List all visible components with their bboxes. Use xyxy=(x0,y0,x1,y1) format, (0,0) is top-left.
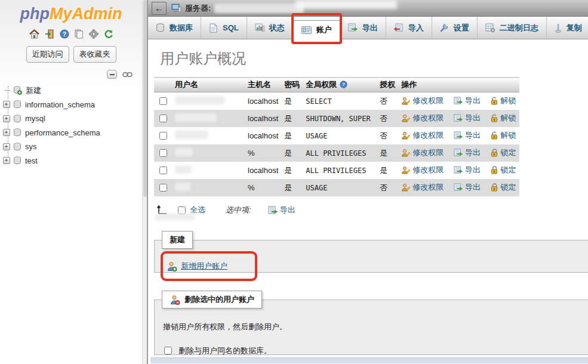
export-user-link[interactable]: 导出 xyxy=(454,95,481,106)
unlock-link[interactable]: 解锁 xyxy=(491,113,516,124)
navigation-panel: phpMyAdmin ? 近期访问 表收藏夹 新建 + xyxy=(0,0,142,364)
logout-icon[interactable] xyxy=(45,29,54,39)
back-button[interactable]: ← xyxy=(152,2,167,15)
tree-item-mysql[interactable]: + mysql xyxy=(2,112,142,126)
tab-sql[interactable]: SQL xyxy=(201,17,247,39)
password-cell: 是 xyxy=(281,110,303,127)
help-icon[interactable]: ? xyxy=(60,29,69,39)
navigation-scrollbar[interactable] xyxy=(142,0,148,364)
tree-item-information-schema[interactable]: + information_schema xyxy=(2,98,142,112)
settings-gear-icon[interactable] xyxy=(89,29,98,39)
edit-privileges-link[interactable]: 修改权限 xyxy=(401,113,444,124)
row-checkbox[interactable] xyxy=(159,149,167,157)
tree-item-test[interactable]: + test xyxy=(2,154,142,168)
navigation-toolbar: ? xyxy=(0,29,142,39)
lock-link[interactable]: 锁定 xyxy=(491,147,516,158)
refresh-icon[interactable] xyxy=(104,29,113,39)
navigation-quick-buttons: 近期访问 表收藏夹 xyxy=(0,46,142,63)
export-small-icon xyxy=(454,131,463,140)
row-checkbox[interactable] xyxy=(159,184,167,192)
grant-cell: 是 xyxy=(377,144,398,162)
export-icon xyxy=(348,23,358,32)
add-user-account-link[interactable]: 新增用户账户 xyxy=(167,261,227,272)
tree-item-label: information_schema xyxy=(25,100,95,109)
export-selected-link[interactable]: 导出 xyxy=(268,205,295,215)
database-tree: 新建 + information_schema + mysql + perfor… xyxy=(2,84,142,168)
expand-icon[interactable]: + xyxy=(3,157,10,164)
redacted-username xyxy=(175,131,208,139)
export-small-icon xyxy=(454,183,463,192)
expand-icon[interactable]: + xyxy=(3,143,10,150)
export-user-link[interactable]: 导出 xyxy=(454,182,481,193)
lock-link[interactable]: 锁定 xyxy=(491,182,516,193)
username-cell xyxy=(172,179,245,196)
tab-user-accounts[interactable]: 账户 xyxy=(293,20,340,39)
redaction-smudge xyxy=(295,0,397,9)
row-checkbox[interactable] xyxy=(159,97,167,105)
form-footer-strip xyxy=(150,357,588,363)
tab-replication[interactable]: 复制 xyxy=(547,17,588,39)
edit-privileges-link[interactable]: 修改权限 xyxy=(401,130,444,141)
edit-privileges-link[interactable]: 修改权限 xyxy=(401,182,444,193)
svg-text:?: ? xyxy=(342,82,345,87)
tree-controls xyxy=(0,63,142,79)
link-with-main-panel-icon[interactable] xyxy=(122,72,133,78)
username-cell xyxy=(172,162,245,179)
edit-privileges-link[interactable]: 修改权限 xyxy=(401,165,444,175)
export-user-link[interactable]: 导出 xyxy=(454,113,481,124)
actions-cell: 修改权限 导出 锁定 xyxy=(398,162,519,179)
tab-import[interactable]: 导入 xyxy=(386,17,432,39)
tab-export[interactable]: 导出 xyxy=(340,17,386,39)
tab-binary-log[interactable]: 二进制日志 xyxy=(478,17,547,39)
table-favorites-button[interactable]: 表收藏夹 xyxy=(73,46,116,63)
lock-link[interactable]: 锁定 xyxy=(491,165,516,175)
export-small-icon xyxy=(454,166,463,174)
export-small-icon xyxy=(454,114,463,122)
unlock-link[interactable]: 解锁 xyxy=(491,95,516,106)
phpmyadmin-logo: phpMyAdmin xyxy=(0,0,142,23)
check-all-checkbox[interactable] xyxy=(178,206,186,214)
expand-icon[interactable]: + xyxy=(3,129,10,136)
redacted-username xyxy=(175,183,190,191)
table-header-row: 用户名 主机名 密码 全局权限? 授权 操作 xyxy=(154,78,519,92)
user-accounts-icon xyxy=(301,26,312,34)
header-username: 用户名 xyxy=(172,78,245,92)
export-user-link[interactable]: 导出 xyxy=(454,130,481,141)
edit-privileges-link[interactable]: 修改权限 xyxy=(401,147,444,158)
delete-users-section: 删除选中的用户账户 撤销用户所有权限，然后删除用户。 删除与用户同名的数据库。 xyxy=(154,291,588,355)
tree-item-new-database[interactable]: 新建 xyxy=(2,84,142,98)
replication-icon xyxy=(555,23,562,33)
recent-tables-button[interactable]: 近期访问 xyxy=(26,46,69,63)
privileges-help-icon[interactable]: ? xyxy=(340,81,347,88)
tree-item-label: sys xyxy=(25,142,37,151)
user-row: localhost 是 USAGE 否 修改权限 导出 解锁 xyxy=(154,127,519,144)
home-icon[interactable] xyxy=(29,29,39,39)
drop-databases-checkbox[interactable] xyxy=(164,347,172,354)
export-user-link[interactable]: 导出 xyxy=(454,165,481,175)
lock-icon xyxy=(491,149,498,157)
expand-icon[interactable]: + xyxy=(3,101,10,108)
tab-status[interactable]: 状态 xyxy=(247,17,293,39)
scrollbar-thumb[interactable] xyxy=(143,0,147,197)
new-section-legend: 新建 xyxy=(162,231,193,249)
user-accounts-table: 用户名 主机名 密码 全局权限? 授权 操作 localhost 是 SELEC… xyxy=(154,77,519,196)
tree-item-sys[interactable]: + sys xyxy=(2,140,142,154)
row-checkbox[interactable] xyxy=(159,115,167,122)
unlock-link[interactable]: 解锁 xyxy=(491,130,516,141)
user-delete-icon xyxy=(170,295,180,305)
expand-icon[interactable]: + xyxy=(3,115,10,122)
docs-icon[interactable] xyxy=(75,29,84,39)
actions-cell: 修改权限 导出 解锁 xyxy=(398,110,519,127)
tree-item-label: test xyxy=(25,156,38,165)
row-checkbox[interactable] xyxy=(159,132,167,140)
tree-item-performance-schema[interactable]: + performance_schema xyxy=(2,126,142,140)
tab-settings[interactable]: 设置 xyxy=(432,17,478,39)
unlock-icon xyxy=(491,131,498,140)
edit-privileges-link[interactable]: 修改权限 xyxy=(401,95,444,106)
row-checkbox[interactable] xyxy=(159,166,167,174)
sql-icon xyxy=(209,23,218,33)
export-user-link[interactable]: 导出 xyxy=(454,147,481,158)
user-edit-icon xyxy=(401,149,410,157)
collapse-all-icon[interactable] xyxy=(107,70,117,79)
tab-databases[interactable]: 数据库 xyxy=(148,17,201,39)
